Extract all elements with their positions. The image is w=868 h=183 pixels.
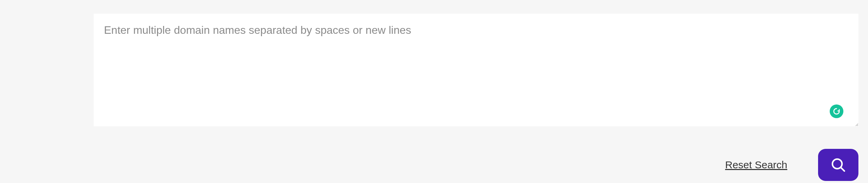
domain-search-form: Reset Search: [94, 14, 867, 181]
search-icon: [830, 157, 846, 173]
textarea-wrapper: [94, 14, 858, 128]
domain-names-input[interactable]: [94, 14, 858, 126]
form-actions: Reset Search: [94, 149, 858, 181]
reset-search-link[interactable]: Reset Search: [725, 159, 787, 171]
svg-line-1: [841, 168, 844, 171]
search-button[interactable]: [818, 149, 858, 181]
